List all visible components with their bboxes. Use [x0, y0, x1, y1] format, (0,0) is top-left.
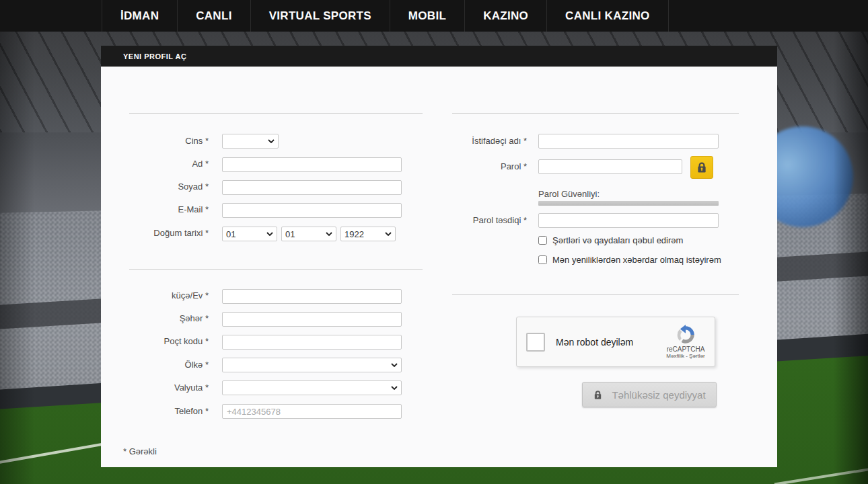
country-select[interactable]: [222, 358, 402, 372]
recaptcha-brand-name: reCAPTCHA: [667, 346, 705, 353]
nav-item-idman[interactable]: İDMAN: [102, 0, 177, 32]
recaptcha-privacy-terms-links[interactable]: Məxfilik - Şərtlər: [666, 353, 704, 359]
dob-month-select[interactable]: 01: [281, 227, 336, 241]
gender-label: Cins *: [123, 136, 209, 147]
recaptcha-label: Mən robot deyiləm: [556, 337, 663, 348]
registration-form: Cins * Ad * Soyad * E-Mail * Doğum tarix…: [101, 67, 777, 467]
phone-label: Telefon *: [123, 406, 209, 417]
city-input[interactable]: [222, 312, 402, 327]
nav-item-kazino[interactable]: KAZINO: [464, 0, 546, 32]
password-confirm-input[interactable]: [538, 213, 719, 228]
password-label: Parol *: [441, 161, 527, 172]
terms-checkbox-label[interactable]: Şərtləri və qaydaları qəbul edirəm: [552, 235, 683, 245]
recaptcha-brand: reCAPTCHA Məxfilik - Şərtlər: [663, 325, 709, 359]
recaptcha-logo-icon: [676, 325, 696, 345]
required-note: * Gərəkli: [123, 446, 157, 456]
city-label: Şəhər *: [123, 313, 209, 324]
currency-select-wrap: [222, 380, 402, 395]
recaptcha-checkbox[interactable]: [526, 333, 545, 352]
phone-input[interactable]: [222, 404, 402, 419]
password-strength-bar: [538, 201, 719, 206]
country-select-wrap: [222, 358, 402, 372]
lock-icon: [593, 390, 603, 400]
divider: [129, 269, 423, 270]
dob-year-wrap: 1922: [340, 227, 396, 241]
nav-item-canli-kazino[interactable]: CANLI KAZINO: [546, 0, 668, 32]
password-input[interactable]: [538, 159, 682, 174]
username-input[interactable]: [538, 134, 719, 149]
password-generate-button[interactable]: [690, 156, 713, 179]
email-label: E-Mail *: [123, 204, 209, 215]
email-input[interactable]: [222, 203, 402, 218]
divider: [452, 294, 739, 295]
divider: [452, 113, 739, 114]
secure-register-label: Təhlükəsiz qeydiyyat: [612, 389, 705, 401]
last-name-label: Soyad *: [123, 182, 209, 192]
nav-item-mobil[interactable]: MOBIL: [390, 0, 464, 32]
lock-icon: [696, 161, 708, 173]
last-name-input[interactable]: [222, 180, 402, 195]
newsletter-checkbox-row: Mən yeniliklərdən xəbərdar olmaq istəyir…: [538, 255, 721, 265]
dob-day-select[interactable]: 01: [222, 227, 277, 241]
secure-register-button[interactable]: Təhlükəsiz qeydiyyat: [582, 382, 717, 407]
dob-label: Doğum tarixi *: [123, 228, 209, 239]
terms-checkbox[interactable]: [538, 236, 547, 245]
top-nav-bar: İDMAN CANLI VIRTUAL SPORTS MOBIL KAZINO …: [0, 0, 868, 32]
top-nav-items: İDMAN CANLI VIRTUAL SPORTS MOBIL KAZINO …: [102, 0, 669, 32]
username-label: İstifadəçi adı *: [441, 136, 527, 147]
postcode-label: Poçt kodu *: [123, 336, 209, 347]
dob-day-wrap: 01: [222, 227, 277, 241]
divider: [129, 113, 423, 114]
registration-panel: YENI PROFIL AÇ Cins * Ad * Soyad * E-Mai…: [101, 46, 777, 467]
currency-select[interactable]: [222, 380, 402, 395]
country-label: Ölkə *: [123, 360, 209, 370]
first-name-label: Ad *: [123, 159, 209, 169]
street-label: küçə/Ev *: [123, 290, 209, 301]
first-name-input[interactable]: [222, 157, 402, 172]
password-strength-label: Parol Güvənliyi:: [538, 189, 600, 199]
postcode-input[interactable]: [222, 335, 402, 350]
dob-month-wrap: 01: [281, 227, 336, 241]
dob-year-select[interactable]: 1922: [340, 227, 396, 241]
currency-label: Valyuta *: [123, 382, 209, 393]
gender-select[interactable]: [222, 134, 279, 149]
terms-checkbox-row: Şərtləri və qaydaları qəbul edirəm: [538, 235, 683, 245]
newsletter-checkbox[interactable]: [538, 255, 547, 264]
street-input[interactable]: [222, 289, 402, 304]
newsletter-checkbox-label[interactable]: Mən yeniliklərdən xəbərdar olmaq istəyir…: [552, 255, 721, 265]
password-confirm-label: Parol təsdiqi *: [441, 215, 527, 226]
recaptcha-widget: Mən robot deyiləm reCAPTCHA Məxfilik - Ş…: [516, 317, 715, 367]
gender-select-wrap: [222, 134, 279, 149]
nav-item-virtual-sports[interactable]: VIRTUAL SPORTS: [250, 0, 390, 32]
nav-item-canli[interactable]: CANLI: [177, 0, 250, 32]
panel-title: YENI PROFIL AÇ: [101, 46, 777, 67]
